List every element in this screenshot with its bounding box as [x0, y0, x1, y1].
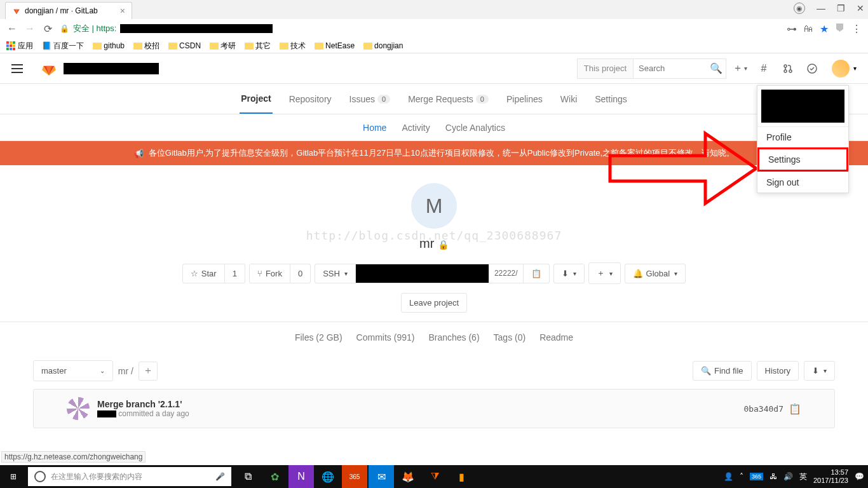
chrome-profile-icon[interactable]: ◉	[794, 3, 805, 14]
taskbar-outlook[interactable]: ✉	[369, 465, 394, 488]
bookmark-baidu[interactable]: 📘 百度一下	[42, 41, 84, 51]
tab-pipelines[interactable]: Pipelines	[505, 85, 544, 113]
issues-icon[interactable]: #	[753, 58, 775, 79]
tray-365-icon[interactable]: 365	[750, 473, 763, 480]
tray-ime[interactable]: 英	[799, 471, 807, 482]
fork-count[interactable]: 0	[290, 264, 311, 283]
lock-icon: 🔒	[60, 24, 69, 33]
bookmark-dongjian[interactable]: dongjian	[363, 41, 403, 50]
star-count[interactable]: 1	[225, 264, 245, 283]
tab-settings[interactable]: Settings	[593, 85, 628, 113]
window-close-icon[interactable]: ✕	[857, 3, 864, 13]
menu-profile[interactable]: Profile	[757, 127, 848, 147]
new-dropdown-icon[interactable]: ＋▾	[729, 58, 750, 79]
user-menu-header	[761, 90, 844, 123]
user-caret-icon[interactable]: ▾	[853, 65, 857, 72]
bookmark-xiaozhao[interactable]: 校招	[133, 41, 159, 51]
star-button[interactable]: ☆ Star	[182, 264, 225, 283]
leave-project-button[interactable]: Leave project	[401, 293, 467, 313]
branch-selector[interactable]: master⌄	[33, 360, 113, 381]
tray-people-icon[interactable]: 👤	[724, 472, 733, 481]
browser-tab[interactable]: dongjian / mr · GitLab ×	[5, 2, 132, 19]
translate-icon[interactable]: 🗛	[803, 23, 813, 34]
add-file-button[interactable]: ＋	[139, 362, 158, 381]
search-icon[interactable]: 🔍	[707, 59, 726, 78]
user-avatar[interactable]	[832, 60, 850, 78]
download-button[interactable]: ⬇ ▾	[804, 361, 835, 381]
stat-tags[interactable]: Tags (0)	[494, 332, 526, 342]
bookmark-netease[interactable]: NetEase	[315, 41, 355, 50]
back-icon[interactable]: ←	[6, 23, 18, 34]
mic-icon[interactable]: 🎤	[215, 472, 225, 481]
forward-icon[interactable]: →	[24, 23, 36, 34]
stat-readme[interactable]: Readme	[539, 332, 573, 342]
todos-icon[interactable]	[801, 58, 823, 79]
taskbar-calendar[interactable]: 365	[342, 465, 367, 488]
taskbar-chrome[interactable]: 🌐	[315, 465, 341, 488]
notification-dropdown[interactable]: 🔔 Global ▾	[625, 264, 686, 283]
task-view-icon[interactable]: ⧉	[235, 465, 261, 488]
find-file-button[interactable]: 🔍 Find file	[693, 361, 752, 381]
subtab-cycle[interactable]: Cycle Analytics	[445, 123, 505, 133]
taskbar-onenote[interactable]: N	[288, 465, 314, 488]
ssh-dropdown[interactable]: SSH ▾	[315, 264, 356, 283]
bookmark-star-icon[interactable]: ★	[820, 23, 829, 35]
plus-dropdown[interactable]: ＋ ▾	[588, 262, 621, 284]
tab-wiki[interactable]: Wiki	[559, 85, 578, 113]
gitlab-logo-icon[interactable]	[41, 60, 57, 77]
stat-files[interactable]: Files (2 GB)	[295, 332, 342, 342]
commit-sha[interactable]: 0ba340d7	[743, 404, 783, 414]
tray-up-icon[interactable]: ˄	[740, 472, 743, 481]
history-button[interactable]: History	[757, 361, 799, 381]
breadcrumb[interactable]: mr /	[118, 366, 133, 376]
cortana-icon	[34, 471, 46, 482]
adblock-icon[interactable]: ⛊	[835, 23, 845, 34]
hamburger-icon[interactable]	[11, 64, 23, 73]
tray-clock[interactable]: 13:57 2017/11/23	[813, 468, 848, 485]
merge-requests-icon[interactable]	[777, 58, 799, 79]
apps-shortcut[interactable]: 应用	[6, 41, 33, 51]
subtab-home[interactable]: Home	[363, 123, 386, 133]
tab-issues[interactable]: Issues0	[348, 85, 392, 113]
menu-signout[interactable]: Sign out	[757, 172, 848, 193]
reload-icon[interactable]: ⟳	[42, 23, 53, 34]
menu-settings[interactable]: Settings	[757, 147, 848, 172]
bookmark-github[interactable]: github	[93, 41, 125, 50]
chrome-menu-icon[interactable]: ⋮	[851, 23, 862, 35]
window-maximize-icon[interactable]: ❐	[837, 3, 845, 13]
search-scope[interactable]: This project	[578, 59, 634, 78]
search-input[interactable]	[634, 59, 707, 78]
bookmark-kaoyan[interactable]: 考研	[210, 41, 236, 51]
taskbar-app-1[interactable]: ✿	[262, 465, 287, 488]
tab-close-icon[interactable]: ×	[120, 6, 125, 16]
cortana-search[interactable]: 在这里输入你要搜索的内容 🎤	[28, 467, 231, 486]
tab-repository[interactable]: Repository	[288, 85, 333, 113]
stat-branches[interactable]: Branches (6)	[428, 332, 479, 342]
tray-volume-icon[interactable]: 🔊	[783, 472, 793, 481]
tab-project[interactable]: Project	[240, 85, 272, 114]
fork-button[interactable]: ⑂ Fork	[249, 264, 290, 283]
taskbar-firefox[interactable]: 🦊	[395, 465, 421, 488]
tray-network-icon[interactable]: 🖧	[770, 472, 777, 481]
address-bar[interactable]: 🔒 安全 | https:	[60, 23, 780, 34]
bookmark-tech[interactable]: 技术	[280, 41, 306, 51]
tab-merge-requests[interactable]: Merge Requests0	[407, 85, 490, 113]
taskbar-sublime[interactable]: ▮	[449, 465, 474, 488]
copy-url-button[interactable]: 📋	[524, 264, 550, 283]
start-button[interactable]: ⊞	[0, 465, 27, 488]
bookmark-csdn[interactable]: CSDN	[168, 41, 201, 50]
lock-icon: 🔒	[438, 240, 449, 250]
window-minimize-icon[interactable]: —	[817, 3, 825, 13]
stat-commits[interactable]: Commits (991)	[356, 332, 415, 342]
taskbar-vscode[interactable]: ⧩	[422, 465, 447, 488]
key-icon[interactable]: ⊶	[787, 23, 797, 35]
copy-sha-icon[interactable]: 📋	[789, 403, 801, 415]
commit-avatar	[67, 397, 90, 420]
download-dropdown[interactable]: ⬇ ▾	[553, 264, 585, 283]
svg-point-1	[784, 70, 787, 72]
commit-title[interactable]: Merge branch '2.1.1'	[97, 399, 743, 409]
bookmark-other[interactable]: 其它	[245, 41, 271, 51]
subtab-activity[interactable]: Activity	[402, 123, 430, 133]
tray-notifications-icon[interactable]: 💬	[855, 472, 864, 481]
clone-url-input[interactable]	[356, 264, 489, 283]
